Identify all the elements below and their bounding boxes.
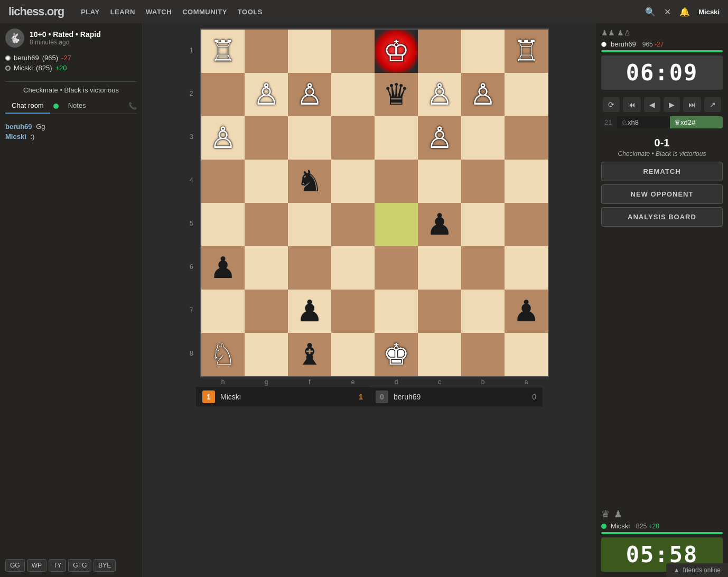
chess-board[interactable]: ♖♔♖♙♙♛♙♙♙♙♞♟♟♟♟♘♝♚	[200, 29, 549, 377]
nav-tools[interactable]: TOOLS	[238, 8, 263, 16]
board-cell-6-6[interactable]	[461, 290, 505, 333]
board-cell-4-4[interactable]	[375, 203, 418, 246]
board-cell-1-7[interactable]	[505, 73, 548, 116]
board-cell-0-5[interactable]	[418, 30, 461, 73]
board-cell-3-3[interactable]	[331, 160, 375, 203]
board-cell-4-7[interactable]	[505, 203, 548, 246]
board-cell-6-2[interactable]: ♟	[288, 290, 331, 333]
board-cell-2-5[interactable]: ♙	[418, 116, 461, 160]
board-cell-3-0[interactable]	[201, 160, 245, 203]
board-cell-5-6[interactable]	[461, 246, 505, 290]
board-cell-2-4[interactable]	[375, 116, 418, 160]
board-cell-6-7[interactable]: ♟	[505, 290, 548, 333]
move-prev-btn[interactable]: ◀	[644, 97, 660, 112]
rematch-button[interactable]: REMATCH	[601, 162, 723, 181]
board-cell-7-2[interactable]: ♝	[288, 333, 331, 376]
tab-chat-room[interactable]: Chat room	[5, 98, 50, 114]
score-player-black: Micski	[220, 393, 241, 401]
board-cell-4-6[interactable]	[461, 203, 505, 246]
board-cell-4-1[interactable]	[245, 203, 288, 246]
share-btn[interactable]: ↗	[704, 97, 721, 112]
board-cell-0-6[interactable]	[461, 30, 505, 73]
nav-learn[interactable]: LEARN	[110, 8, 135, 16]
board-cell-7-7[interactable]	[505, 333, 548, 376]
board-cell-0-2[interactable]	[288, 30, 331, 73]
quick-reply-ty[interactable]: TY	[49, 559, 66, 572]
board-cell-5-0[interactable]: ♟	[201, 246, 245, 290]
board-cell-3-4[interactable]	[375, 160, 418, 203]
board-cell-5-3[interactable]	[331, 246, 375, 290]
board-cell-1-0[interactable]	[201, 73, 245, 116]
move-next-btn[interactable]: ▶	[664, 97, 680, 112]
move-white-21[interactable]: ♘xh8	[617, 116, 670, 128]
board-cell-3-1[interactable]	[245, 160, 288, 203]
board-cell-7-5[interactable]	[418, 333, 461, 376]
result-score: 0-1	[601, 137, 723, 149]
board-cell-6-3[interactable]	[331, 290, 375, 333]
board-cell-2-1[interactable]	[245, 116, 288, 160]
nav-watch[interactable]: WATCH	[146, 8, 172, 16]
board-cell-1-2[interactable]: ♙	[288, 73, 331, 116]
board-cell-7-4[interactable]: ♚	[375, 333, 418, 376]
board-cell-5-2[interactable]	[288, 246, 331, 290]
board-cell-5-4[interactable]	[375, 246, 418, 290]
board-cell-7-3[interactable]	[331, 333, 375, 376]
board-cell-2-2[interactable]	[288, 116, 331, 160]
board-cell-2-0[interactable]: ♙	[201, 116, 245, 160]
board-cell-2-3[interactable]	[331, 116, 375, 160]
board-cell-3-5[interactable]	[418, 160, 461, 203]
board-cell-4-2[interactable]	[288, 203, 331, 246]
board-cell-6-0[interactable]	[201, 290, 245, 333]
board-cell-3-2[interactable]: ♞	[288, 160, 331, 203]
board-cell-7-0[interactable]: ♘	[201, 333, 245, 376]
analysis-board-button[interactable]: ANALYSIS BOARD	[601, 207, 723, 227]
msg-user-2: Micski	[5, 133, 26, 141]
board-cell-2-7[interactable]	[505, 116, 548, 160]
move-last-btn[interactable]: ⏭	[683, 97, 701, 112]
quick-reply-gtg[interactable]: GTG	[68, 559, 91, 572]
board-cell-0-7[interactable]: ♖	[505, 30, 548, 73]
site-logo[interactable]: lichess.org	[8, 5, 64, 18]
board-cell-0-1[interactable]	[245, 30, 288, 73]
bell-icon[interactable]: 🔔	[679, 7, 690, 17]
board-cell-5-1[interactable]	[245, 246, 288, 290]
nav-community[interactable]: COMMUNITY	[182, 8, 227, 16]
nav-play[interactable]: PLAY	[81, 8, 99, 16]
board-cell-2-6[interactable]	[461, 116, 505, 160]
board-cell-5-5[interactable]	[418, 246, 461, 290]
board-cell-4-5[interactable]: ♟	[418, 203, 461, 246]
user-profile[interactable]: Micski	[698, 8, 720, 16]
board-cell-7-6[interactable]	[461, 333, 505, 376]
flip-board-btn[interactable]: ⟳	[603, 97, 620, 112]
board-cell-0-0[interactable]: ♖	[201, 30, 245, 73]
board-cell-4-0[interactable]	[201, 203, 245, 246]
board-cell-6-1[interactable]	[245, 290, 288, 333]
board-cell-1-5[interactable]: ♙	[418, 73, 461, 116]
piece-6-2: ♟	[296, 296, 323, 326]
search-icon[interactable]: 🔍	[645, 7, 656, 17]
msg-user-1: beruh69	[5, 123, 32, 131]
phone-icon[interactable]: 📞	[128, 102, 137, 110]
board-cell-1-4[interactable]: ♛	[375, 73, 418, 116]
quick-reply-gg[interactable]: GG	[5, 559, 25, 572]
board-cell-5-7[interactable]	[505, 246, 548, 290]
board-cell-6-5[interactable]	[418, 290, 461, 333]
tab-notes[interactable]: Notes	[62, 98, 92, 114]
board-cell-3-7[interactable]	[505, 160, 548, 203]
board-cell-6-4[interactable]	[375, 290, 418, 333]
board-cell-0-3[interactable]	[331, 30, 375, 73]
quick-reply-bye[interactable]: BYE	[94, 559, 116, 572]
friends-bar[interactable]: ▲ friends online	[666, 563, 728, 577]
board-cell-7-1[interactable]	[245, 333, 288, 376]
close-icon[interactable]: ✕	[664, 7, 671, 17]
board-cell-1-1[interactable]: ♙	[245, 73, 288, 116]
board-cell-1-3[interactable]	[331, 73, 375, 116]
quick-reply-wp[interactable]: WP	[27, 559, 46, 572]
board-cell-0-4[interactable]: ♔	[375, 30, 418, 73]
move-first-btn[interactable]: ⏮	[623, 97, 641, 112]
board-cell-3-6[interactable]	[461, 160, 505, 203]
board-cell-1-6[interactable]: ♙	[461, 73, 505, 116]
move-black-21[interactable]: ♛xd2#	[670, 116, 723, 128]
board-cell-4-3[interactable]	[331, 203, 375, 246]
new-opponent-button[interactable]: NEW OPPONENT	[601, 184, 723, 204]
